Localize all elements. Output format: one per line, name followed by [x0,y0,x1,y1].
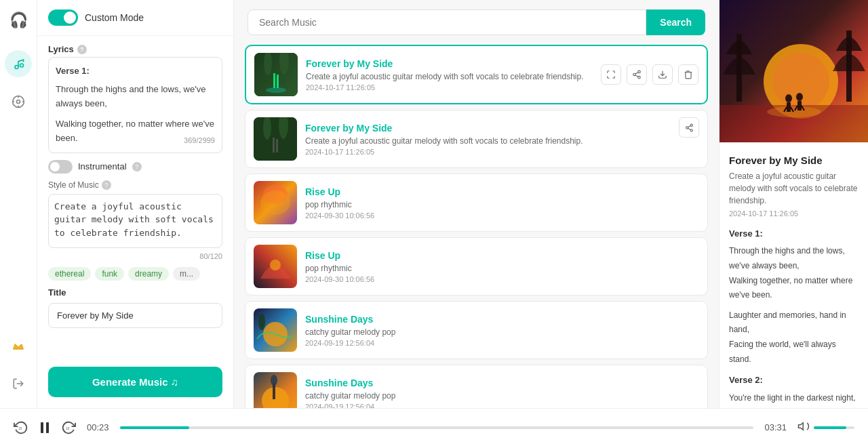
song-info-1: Forever by My Side Create a joyful acous… [306,58,593,92]
song-title-3: Rise Up [305,186,699,197]
svg-point-46 [785,94,792,102]
song-desc-6: catchy guitar melody pop [305,391,699,401]
share-btn-2[interactable] [679,117,699,138]
svg-marker-58 [799,422,804,430]
song-card-3[interactable]: Rise Up pop rhythmic 2024-09-30 10:06:56 [245,174,708,232]
svg-point-50 [796,93,803,101]
svg-point-31 [270,260,281,270]
song-date-1: 2024-10-17 11:26:05 [306,83,593,92]
sidebar-item-crown[interactable] [5,332,32,359]
song-title-6: Sunshine Days [305,378,699,388]
song-title-5: Sunshine Days [305,314,699,325]
song-thumb-6 [254,372,297,408]
song-thumb-1 [254,53,298,96]
volume-icon[interactable] [797,420,810,435]
right-line1: Through the highs and the lows, we've al… [729,244,859,273]
svg-point-12 [633,73,636,76]
right-panel: Forever by My Side Create a joyful acous… [719,0,868,408]
song-thumb-3 [254,181,297,224]
lyrics-box[interactable]: Verse 1: Through the highs and the lows,… [48,57,222,153]
generate-button[interactable]: Generate Music ♫ [48,367,222,397]
style-help-icon[interactable]: ? [102,180,111,190]
song-thumb-2 [254,117,297,161]
svg-line-14 [635,75,638,77]
volume-fill [814,426,846,429]
right-panel-image [719,0,868,145]
style-char-count: 80/120 [48,252,222,260]
song-date-3: 2024-09-30 10:06:56 [305,211,699,220]
lyrics-help-icon[interactable]: ? [77,45,87,54]
title-label: Title [48,287,222,298]
song-date-6: 2024-09-19 12:56:04 [305,403,699,409]
svg-point-34 [258,314,265,330]
expand-btn-1[interactable] [601,64,621,85]
right-line5: You're the light in the darkest night, [729,391,859,406]
instrumental-row: Instrumental ? [48,160,222,174]
lyrics-section: Lyrics ? Verse 1: Through the highs and … [48,44,222,153]
download-btn-1[interactable] [652,64,673,85]
bottom-player: 15 15 00:23 03:31 [0,408,868,446]
custom-mode-toggle[interactable] [48,9,78,26]
svg-rect-17 [254,117,297,161]
instrumental-label: Instrumental [78,161,127,171]
svg-point-23 [686,126,688,128]
svg-point-1 [20,64,24,67]
song-card-1[interactable]: Forever by My Side Create a joyful acous… [245,45,708,104]
volume-section [797,420,854,435]
svg-text:15: 15 [66,426,70,430]
svg-rect-56 [46,422,49,433]
share-btn-1[interactable] [627,64,647,85]
style-of-music-label: Style of Music ? [48,180,222,190]
instrumental-toggle[interactable] [48,160,73,174]
right-song-desc: Create a joyful acoustic guitar melody w… [729,170,859,207]
style-textarea[interactable]: Create a joyful acoustic guitar melody w… [48,194,222,248]
svg-point-24 [690,129,692,131]
svg-rect-20 [273,138,275,153]
delete-btn-1[interactable] [678,64,698,85]
left-panel-content: Lyrics ? Verse 1: Through the highs and … [37,36,233,359]
tag-more[interactable]: m... [173,267,200,281]
sidebar-item-music[interactable] [5,50,32,77]
instrumental-help-icon[interactable]: ? [132,162,142,171]
tag-ethereal[interactable]: ethereal [48,267,91,281]
search-button[interactable]: Search [646,9,705,35]
song-date-2: 2024-10-17 11:26:05 [305,148,699,156]
song-card-5[interactable]: Sunshine Days catchy guitar melody pop 2… [245,301,708,359]
forward-button[interactable]: 15 [61,420,76,435]
song-thumb-5 [254,308,297,352]
song-info-4: Rise Up pop rhythmic 2024-09-30 10:06:56 [305,250,699,283]
sidebar-item-exit[interactable] [5,370,32,397]
title-section: Title [48,287,222,328]
style-section: Style of Music ? Create a joyful acousti… [48,180,222,281]
custom-mode-bar: Custom Mode [37,0,233,36]
rewind-button[interactable]: 15 [14,420,28,435]
tags-row: ethereal funk dreamy m... [48,267,222,281]
song-date-4: 2024-09-30 10:06:56 [305,275,699,283]
custom-mode-label: Custom Mode [85,12,144,23]
lyrics-line1: Through the highs and the lows, we've al… [56,83,215,111]
title-input[interactable] [48,303,222,328]
svg-rect-8 [273,73,275,88]
time-total: 03:31 [764,422,787,432]
tag-funk[interactable]: funk [95,267,124,281]
right-song-title: Forever by My Side [729,155,859,166]
sidebar-item-vinyl[interactable] [5,88,32,115]
volume-bar[interactable] [814,426,854,429]
song-card-2[interactable]: Forever by My Side Create a joyful acous… [245,110,708,168]
song-thumb-4 [254,245,297,288]
player-controls: 15 15 [14,420,76,436]
pause-button[interactable] [37,420,53,436]
tag-dreamy[interactable]: dreamy [128,267,169,281]
song-desc-5: catchy guitar melody pop [305,327,699,337]
song-actions-1 [601,64,698,85]
progress-bar[interactable] [120,426,754,429]
svg-point-29 [260,190,290,215]
song-card-6[interactable]: Sunshine Days catchy guitar melody pop 2… [245,365,708,408]
search-input[interactable] [248,9,646,35]
song-card-4[interactable]: Rise Up pop rhythmic 2024-09-30 10:06:56 [245,237,708,296]
lyrics-label: Lyrics ? [48,44,222,54]
svg-rect-47 [787,102,791,112]
svg-point-38 [271,375,277,386]
search-bar: Search [234,0,719,45]
song-info-2: Forever by My Side Create a joyful acous… [305,123,699,156]
